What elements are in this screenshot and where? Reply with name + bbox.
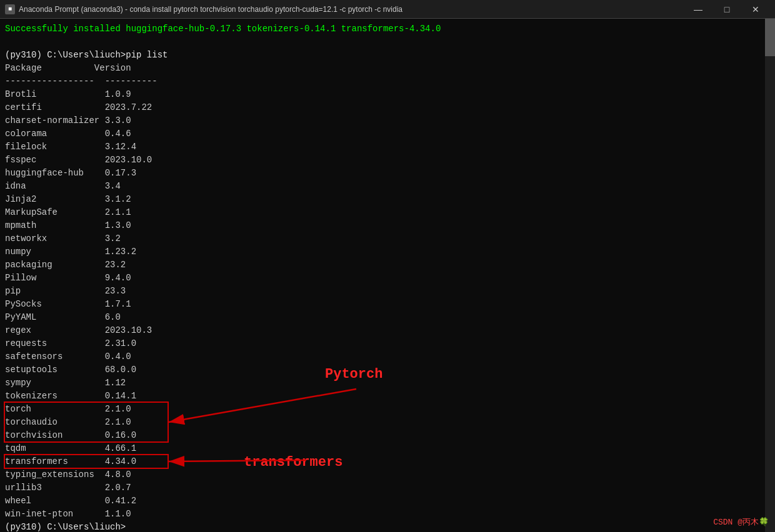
package-row: mpmath 1.3.0 bbox=[5, 219, 770, 232]
package-row: certifi 2023.7.22 bbox=[5, 101, 770, 114]
package-row: transformers 4.34.0 bbox=[5, 455, 770, 468]
blank-line-1 bbox=[5, 36, 770, 49]
package-row: numpy 1.23.2 bbox=[5, 245, 770, 259]
package-row: requests 2.31.0 bbox=[5, 337, 770, 350]
package-row: MarkupSafe 2.1.1 bbox=[5, 206, 770, 219]
window-controls: — □ ✕ bbox=[684, 0, 770, 19]
transformers-annotation: transformers bbox=[244, 452, 342, 473]
package-row: pip 23.3 bbox=[5, 285, 770, 298]
package-row: Jinja2 3.1.2 bbox=[5, 193, 770, 206]
col-version: Version bbox=[94, 63, 131, 73]
package-row: Brotli 1.0.9 bbox=[5, 88, 770, 101]
separator-line: ----------------- ---------- bbox=[5, 75, 770, 88]
package-row: torchaudio 2.1.0 bbox=[5, 416, 770, 429]
success-line: Successfully installed huggingface-hub-0… bbox=[5, 22, 770, 36]
titlebar: ■ Anaconda Prompt (anaconda3) - conda in… bbox=[0, 0, 775, 19]
maximize-button[interactable]: □ bbox=[712, 0, 741, 19]
package-row: urllib3 2.0.7 bbox=[5, 481, 770, 495]
package-row: regex 2023.10.3 bbox=[5, 324, 770, 337]
package-row: torchvision 0.16.0 bbox=[5, 429, 770, 442]
package-row: setuptools 68.0.0 bbox=[5, 363, 770, 377]
pip-list-prompt: (py310) C:\Users\liuch>pip list bbox=[5, 49, 770, 62]
package-row: win-inet-pton 1.1.0 bbox=[5, 508, 770, 521]
package-row: PySocks 1.7.1 bbox=[5, 298, 770, 311]
package-list: Brotli 1.0.9certifi 2023.7.22charset-nor… bbox=[5, 88, 770, 521]
pytorch-annotation: Pytorch bbox=[325, 364, 382, 385]
package-row: sympy 1.12 bbox=[5, 377, 770, 390]
package-row: huggingface-hub 0.17.3 bbox=[5, 167, 770, 180]
close-button[interactable]: ✕ bbox=[741, 0, 770, 19]
scrollbar[interactable] bbox=[765, 19, 775, 532]
package-row: charset-normalizer 3.3.0 bbox=[5, 114, 770, 127]
terminal-area: Successfully installed huggingface-hub-0… bbox=[0, 19, 775, 532]
package-row: Pillow 9.4.0 bbox=[5, 272, 770, 285]
final-prompt: (py310) C:\Users\liuch> bbox=[5, 521, 770, 532]
minimize-button[interactable]: — bbox=[684, 0, 712, 19]
app-icon: ■ bbox=[5, 4, 15, 14]
package-row: tqdm 4.66.1 bbox=[5, 442, 770, 455]
package-row: torch 2.1.0 bbox=[5, 403, 770, 416]
window-title: Anaconda Prompt (anaconda3) - conda inst… bbox=[19, 5, 684, 14]
scrollbar-thumb[interactable] bbox=[765, 19, 775, 56]
package-row: PyYAML 6.0 bbox=[5, 311, 770, 324]
package-row: filelock 3.12.4 bbox=[5, 140, 770, 154]
watermark: CSDN @丙木🍀 bbox=[713, 516, 769, 529]
package-row: idna 3.4 bbox=[5, 180, 770, 193]
package-row: tokenizers 0.14.1 bbox=[5, 390, 770, 403]
package-row: typing_extensions 4.8.0 bbox=[5, 468, 770, 481]
package-row: packaging 23.2 bbox=[5, 259, 770, 272]
package-row: wheel 0.41.2 bbox=[5, 495, 770, 508]
col-package: Package bbox=[5, 63, 42, 73]
package-row: safetensors 0.4.0 bbox=[5, 350, 770, 363]
package-row: networkx 3.2 bbox=[5, 232, 770, 245]
col-headers: Package Version bbox=[5, 62, 770, 75]
package-row: fsspec 2023.10.0 bbox=[5, 154, 770, 167]
package-row: colorama 0.4.6 bbox=[5, 127, 770, 140]
